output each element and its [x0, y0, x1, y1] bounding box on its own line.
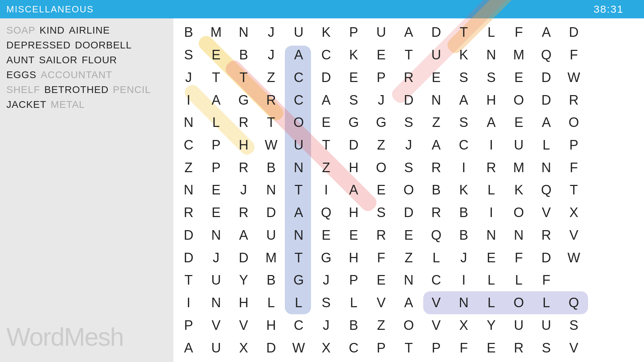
letter-grid: BMNJUKPUADTLFADSEBJACKETUKNMQFJTTZCDEPRE… — [173, 18, 644, 362]
cell-11-15 — [587, 269, 615, 292]
cell-7-3: N — [257, 179, 285, 202]
word-kind: KIND — [40, 25, 65, 36]
cell-11-9: C — [422, 269, 450, 292]
cell-0-15 — [587, 21, 615, 44]
cell-11-1: U — [202, 269, 230, 292]
cell-4-11: A — [477, 111, 505, 134]
cell-14-5: X — [312, 337, 340, 359]
cell-13-10: X — [450, 314, 478, 337]
cell-12-5: S — [312, 292, 340, 314]
cell-7-8: O — [395, 179, 422, 202]
cell-2-4: C — [285, 66, 312, 89]
cell-8-13: V — [533, 202, 560, 224]
cell-4-4: O — [285, 111, 312, 134]
cell-3-12: O — [505, 89, 533, 111]
cell-12-15 — [587, 292, 615, 314]
cell-0-13: A — [533, 21, 560, 44]
cell-1-5: C — [312, 44, 340, 66]
cell-6-16 — [615, 156, 643, 179]
cell-1-4: A — [285, 44, 312, 66]
cell-14-13: S — [533, 337, 560, 359]
cell-2-15 — [587, 66, 615, 89]
word-row-4: EGGS ACCOUNTANT — [6, 69, 167, 81]
cell-6-10: I — [450, 156, 478, 179]
cell-8-15 — [587, 202, 615, 224]
cell-8-16 — [615, 202, 643, 224]
cell-5-9: A — [422, 134, 450, 157]
cell-14-9: P — [422, 337, 450, 359]
cell-6-4: N — [285, 156, 312, 179]
cell-0-0: B — [175, 21, 202, 44]
cell-9-11: N — [477, 224, 505, 247]
cell-7-13: Q — [533, 179, 560, 202]
cell-13-4: C — [285, 314, 312, 337]
cell-8-4: A — [285, 202, 312, 224]
cell-13-14: S — [560, 314, 588, 337]
cell-11-8: N — [395, 269, 422, 292]
word-metal: METAL — [51, 99, 85, 110]
cell-14-16 — [615, 337, 643, 359]
cell-6-14: F — [560, 156, 588, 179]
cell-6-3: B — [257, 156, 285, 179]
cell-6-5: Z — [312, 156, 340, 179]
cell-3-3: R — [257, 89, 285, 111]
cell-0-9: D — [422, 21, 450, 44]
cell-8-7: S — [367, 202, 395, 224]
cell-10-6: H — [340, 246, 368, 269]
cell-11-2: Y — [230, 269, 258, 292]
cell-14-10: F — [450, 337, 478, 359]
cell-11-11: L — [477, 269, 505, 292]
cell-5-14: P — [560, 134, 588, 157]
cell-2-10: S — [450, 66, 478, 89]
cell-4-8: S — [395, 111, 422, 134]
cell-1-8: T — [395, 44, 422, 66]
cell-13-11: Y — [477, 314, 505, 337]
cell-10-0: D — [175, 246, 202, 269]
word-row-3: AUNT SAILOR FLOUR — [6, 54, 167, 66]
word-eggs: EGGS — [6, 69, 36, 81]
cell-4-6: G — [340, 111, 368, 134]
cell-1-12: M — [505, 44, 533, 66]
cell-0-16 — [615, 21, 643, 44]
cell-13-15 — [587, 314, 615, 337]
cell-10-11: E — [477, 246, 505, 269]
cell-3-11: H — [477, 89, 505, 111]
cell-12-16 — [615, 292, 643, 314]
cell-1-10: K — [450, 44, 478, 66]
cell-1-16 — [615, 44, 643, 66]
cell-2-11: S — [477, 66, 505, 89]
cell-0-2: N — [230, 21, 258, 44]
cell-3-6: S — [340, 89, 368, 111]
cell-9-7: R — [367, 224, 395, 247]
cell-9-15 — [587, 224, 615, 247]
cell-10-9: L — [422, 246, 450, 269]
grid-container: 38:31 BMNJUKPUADTLFADSEBJACKETUKNMQFJTTZ… — [173, 0, 644, 362]
cell-2-1: T — [202, 66, 230, 89]
cell-0-10: T — [450, 21, 478, 44]
cell-2-6: E — [340, 66, 368, 89]
word-pencil: PENCIL — [113, 84, 151, 95]
cell-12-13: L — [533, 292, 560, 314]
cell-12-2: H — [230, 292, 258, 314]
cell-10-5: G — [312, 246, 340, 269]
cell-5-13: L — [533, 134, 560, 157]
cell-2-7: P — [367, 66, 395, 89]
category-title: MISCELLANEOUS — [6, 4, 94, 15]
cell-7-5: I — [312, 179, 340, 202]
cell-14-8: T — [395, 337, 422, 359]
cell-4-12: E — [505, 111, 533, 134]
cell-6-0: Z — [175, 156, 202, 179]
cell-0-5: K — [312, 21, 340, 44]
cell-12-0: I — [175, 292, 202, 314]
cell-6-13: N — [533, 156, 560, 179]
cell-8-1: E — [202, 202, 230, 224]
cell-13-7: Z — [367, 314, 395, 337]
cell-1-9: U — [422, 44, 450, 66]
cell-13-0: P — [175, 314, 202, 337]
cell-7-1: E — [202, 179, 230, 202]
cell-8-3: D — [257, 202, 285, 224]
cell-3-2: G — [230, 89, 258, 111]
cell-2-2: T — [230, 66, 258, 89]
cell-8-5: Q — [312, 202, 340, 224]
cell-0-1: M — [202, 21, 230, 44]
